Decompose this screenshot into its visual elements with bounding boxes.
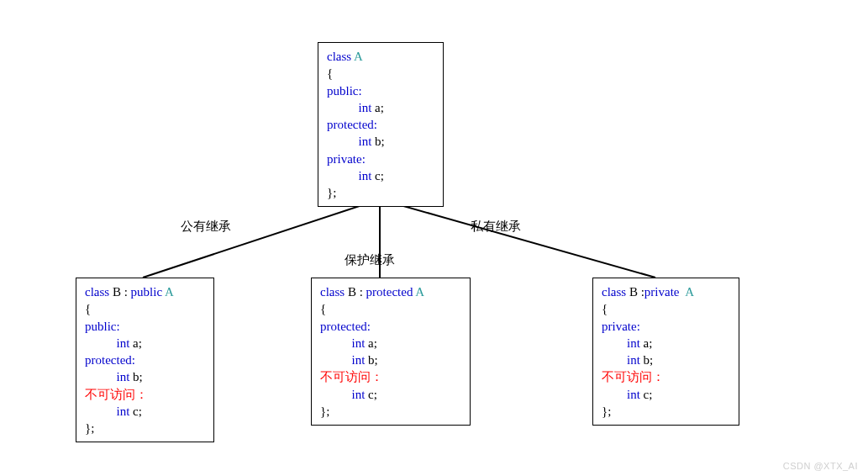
class-a-box: class A { public: int a; protected: int …: [318, 42, 444, 207]
member-b: b;: [375, 135, 385, 148]
access-private: private:: [327, 151, 434, 167]
inaccessible-label: 不可访问：: [85, 386, 205, 403]
inaccessible-label: 不可访问：: [602, 368, 730, 385]
class-b-protected-box: class B : protected A { protected: int a…: [311, 278, 471, 426]
label-private-inherit: 私有继承: [471, 219, 521, 235]
class-b-public-box: class B : public A { public: int a; prot…: [76, 278, 214, 442]
inaccessible-label: 不可访问：: [320, 368, 461, 385]
svg-line-2: [380, 199, 655, 278]
class-b-private-box: class B :private A { private: int a; int…: [592, 278, 739, 426]
brace-close: };: [327, 184, 434, 201]
class-name-a: A: [354, 50, 363, 63]
member-c: c;: [375, 169, 384, 182]
label-public-inherit: 公有继承: [181, 219, 231, 235]
keyword-public: public: [131, 285, 165, 299]
class-name-b: B: [113, 285, 121, 299]
keyword-private: private: [644, 285, 685, 299]
keyword-class: class: [327, 50, 354, 63]
label-protected-inherit: 保护继承: [345, 252, 395, 268]
member-a: a;: [375, 101, 384, 114]
access-public: public:: [327, 82, 434, 99]
watermark-text: CSDN @XTX_AI: [783, 461, 858, 471]
brace-open: {: [327, 65, 434, 82]
keyword-protected: protected: [366, 285, 416, 299]
access-protected: protected:: [327, 116, 434, 133]
